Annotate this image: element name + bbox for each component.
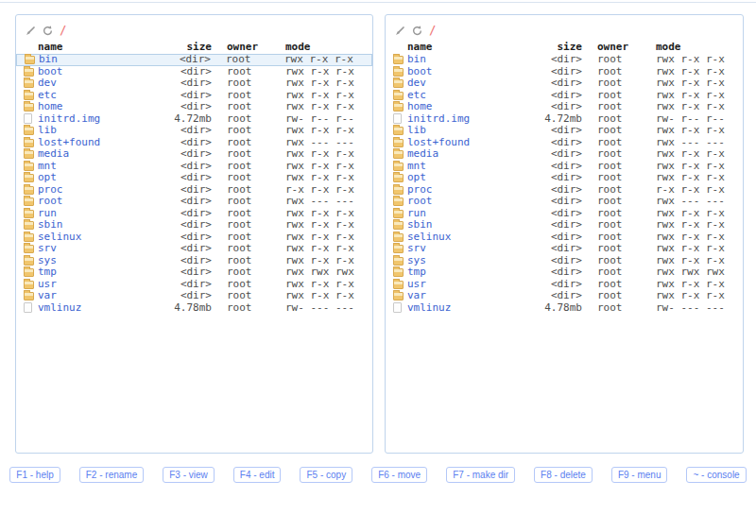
f9-menu-button[interactable]: F9 - menu — [611, 467, 668, 483]
file-row-bin[interactable]: bin<dir>rootrwx r-x r-x — [16, 54, 372, 66]
file-name-link[interactable]: selinux — [38, 232, 81, 243]
file-row-dev[interactable]: dev<dir>rootrwx r-x r-x — [386, 77, 743, 90]
f7-make-dir-button[interactable]: F7 - make dir — [446, 467, 515, 483]
current-path-link[interactable]: / — [60, 24, 66, 37]
file-row-sbin[interactable]: sbin<dir>rootrwx r-x r-x — [16, 219, 372, 232]
file-row-opt[interactable]: opt<dir>rootrwx r-x r-x — [16, 172, 372, 184]
refresh-icon[interactable] — [43, 26, 53, 36]
file-name-link[interactable]: lib — [38, 125, 57, 136]
refresh-icon[interactable] — [412, 26, 422, 36]
file-name-link[interactable]: dev — [407, 77, 426, 89]
file-row-bin[interactable]: bin<dir>rootrwx r-x r-x — [386, 54, 743, 66]
file-name-link[interactable]: initrd.img — [38, 113, 100, 125]
file-name-link[interactable]: vmlinuz — [407, 302, 451, 314]
file-name-link[interactable]: mnt — [38, 161, 57, 172]
file-row-dev[interactable]: dev<dir>rootrwx r-x r-x — [16, 77, 372, 90]
file-row-media[interactable]: media<dir>rootrwx r-x r-x — [386, 148, 743, 161]
brush-icon[interactable] — [26, 26, 36, 36]
file-row-tmp[interactable]: tmp<dir>rootrwx rwx rwx — [16, 266, 372, 279]
file-row-usr[interactable]: usr<dir>rootrwx r-x r-x — [386, 279, 743, 291]
f2-rename-button[interactable]: F2 - rename — [79, 467, 144, 483]
f6-move-button[interactable]: F6 - move — [371, 467, 427, 483]
file-name-link[interactable]: proc — [38, 184, 63, 196]
f4-edit-button[interactable]: F4 - edit — [233, 467, 282, 483]
file-row-proc[interactable]: proc<dir>rootr-x r-x r-x — [386, 184, 743, 197]
file-row-lost+found[interactable]: lost+found<dir>rootrwx --- --- — [386, 137, 743, 149]
file-row-run[interactable]: run<dir>rootrwx r-x r-x — [16, 208, 372, 220]
file-name-link[interactable]: run — [38, 208, 57, 219]
file-name-link[interactable]: opt — [407, 172, 426, 183]
file-name-link[interactable]: lost+found — [38, 137, 100, 148]
file-name-link[interactable]: lib — [407, 125, 426, 136]
file-row-opt[interactable]: opt<dir>rootrwx r-x r-x — [386, 172, 743, 184]
file-name-link[interactable]: lost+found — [407, 137, 470, 148]
file-name-link[interactable]: bin — [407, 54, 426, 65]
file-name-link[interactable]: var — [407, 290, 426, 301]
file-row-lib[interactable]: lib<dir>rootrwx r-x r-x — [386, 125, 743, 137]
file-row-initrd.img[interactable]: initrd.img4.72mbrootrw- r-- r-- — [386, 113, 743, 126]
file-row-etc[interactable]: etc<dir>rootrwx r-x r-x — [16, 90, 372, 102]
file-row-sbin[interactable]: sbin<dir>rootrwx r-x r-x — [386, 219, 743, 232]
file-row-srv[interactable]: srv<dir>rootrwx r-x r-x — [16, 243, 372, 255]
file-name-link[interactable]: boot — [407, 66, 433, 77]
file-row-usr[interactable]: usr<dir>rootrwx r-x r-x — [16, 279, 372, 291]
file-name-link[interactable]: proc — [407, 184, 433, 196]
file-row-etc[interactable]: etc<dir>rootrwx r-x r-x — [386, 90, 743, 102]
file-name-link[interactable]: initrd.img — [407, 113, 470, 125]
file-row-root[interactable]: root<dir>rootrwx --- --- — [386, 196, 743, 208]
file-name-link[interactable]: root — [407, 196, 433, 207]
current-path-link[interactable]: / — [429, 24, 436, 37]
file-row-root[interactable]: root<dir>rootrwx --- --- — [16, 196, 372, 208]
file-name-link[interactable]: tmp — [38, 266, 57, 278]
file-name-link[interactable]: dev — [38, 77, 57, 89]
file-row-initrd.img[interactable]: initrd.img4.72mbrootrw- r-- r-- — [16, 113, 372, 126]
file-name-link[interactable]: home — [407, 101, 433, 112]
file-name-link[interactable]: media — [407, 148, 438, 160]
file-row-proc[interactable]: proc<dir>rootr-x r-x r-x — [16, 184, 372, 197]
file-name-link[interactable]: srv — [38, 243, 57, 254]
file-row-run[interactable]: run<dir>rootrwx r-x r-x — [386, 208, 743, 220]
file-row-home[interactable]: home<dir>rootrwx r-x r-x — [386, 101, 743, 113]
file-name-link[interactable]: usr — [407, 279, 426, 290]
file-row-sys[interactable]: sys<dir>rootrwx r-x r-x — [16, 255, 372, 267]
file-row-boot[interactable]: boot<dir>rootrwx r-x r-x — [16, 66, 372, 78]
file-row-sys[interactable]: sys<dir>rootrwx r-x r-x — [386, 255, 743, 267]
file-name-link[interactable]: sys — [407, 255, 426, 266]
file-name-link[interactable]: srv — [407, 243, 426, 254]
file-name-link[interactable]: sbin — [38, 219, 63, 231]
file-row-var[interactable]: var<dir>rootrwx r-x r-x — [16, 290, 372, 302]
f5-copy-button[interactable]: F5 - copy — [300, 467, 352, 483]
brush-icon[interactable] — [395, 26, 405, 36]
file-name-link[interactable]: selinux — [407, 232, 451, 243]
file-row-lost+found[interactable]: lost+found<dir>rootrwx --- --- — [16, 137, 372, 149]
file-row-srv[interactable]: srv<dir>rootrwx r-x r-x — [386, 243, 743, 255]
file-name-link[interactable]: opt — [38, 172, 57, 183]
file-name-link[interactable]: mnt — [407, 161, 426, 172]
file-name-link[interactable]: bin — [39, 54, 58, 65]
file-row-selinux[interactable]: selinux<dir>rootrwx r-x r-x — [16, 232, 372, 244]
file-row-tmp[interactable]: tmp<dir>rootrwx rwx rwx — [386, 266, 743, 279]
file-row-var[interactable]: var<dir>rootrwx r-x r-x — [386, 290, 743, 302]
file-row-media[interactable]: media<dir>rootrwx r-x r-x — [16, 148, 372, 161]
file-name-link[interactable]: boot — [38, 66, 63, 77]
file-row-lib[interactable]: lib<dir>rootrwx r-x r-x — [16, 125, 372, 137]
file-name-link[interactable]: sys — [38, 255, 57, 266]
f8-delete-button[interactable]: F8 - delete — [534, 467, 593, 483]
file-row-vmlinuz[interactable]: vmlinuz4.78mbrootrw- --- --- — [16, 302, 372, 315]
file-row-mnt[interactable]: mnt<dir>rootrwx r-x r-x — [16, 161, 372, 173]
file-row-mnt[interactable]: mnt<dir>rootrwx r-x r-x — [386, 161, 743, 173]
file-name-link[interactable]: home — [38, 101, 63, 112]
f3-view-button[interactable]: F3 - view — [163, 467, 215, 483]
file-row-vmlinuz[interactable]: vmlinuz4.78mbrootrw- --- --- — [386, 302, 743, 315]
file-row-home[interactable]: home<dir>rootrwx r-x r-x — [16, 101, 372, 113]
console-button[interactable]: ~ - console — [686, 467, 746, 483]
file-name-link[interactable]: vmlinuz — [38, 302, 81, 314]
file-name-link[interactable]: etc — [38, 90, 57, 101]
file-name-link[interactable]: media — [38, 148, 69, 160]
file-name-link[interactable]: tmp — [407, 266, 426, 278]
f1-help-button[interactable]: F1 - help — [9, 467, 60, 483]
file-name-link[interactable]: var — [38, 290, 57, 301]
file-row-boot[interactable]: boot<dir>rootrwx r-x r-x — [386, 66, 743, 78]
file-name-link[interactable]: sbin — [407, 219, 433, 231]
file-name-link[interactable]: root — [38, 196, 63, 207]
